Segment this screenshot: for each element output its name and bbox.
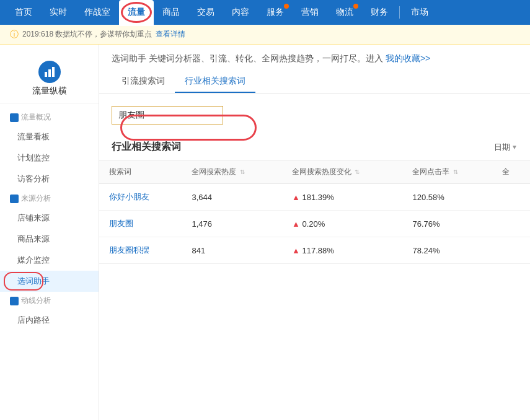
my-collection-link[interactable]: 我的收藏>> — [386, 53, 430, 64]
nav-content[interactable]: 内容 — [223, 0, 258, 25]
col-search-heat[interactable]: 全网搜索热度 ⇅ — [182, 160, 281, 184]
layout: 流量纵横 流量概况 流量看板 计划监控 访客分析 来源分析 店铺来源 商品来源 … — [0, 45, 530, 420]
sidebar-item-store-path[interactable]: 店内路径 — [0, 310, 99, 331]
sidebar-item-media-monitor[interactable]: 媒介监控 — [0, 250, 99, 271]
cell-heat-1: 1,476 — [182, 211, 281, 237]
sidebar-logo-area: 流量纵横 — [0, 51, 99, 103]
chevron-down-icon: ▼ — [511, 144, 518, 151]
header-desc-text: 选词助手 关键词分析器、引流、转化、全网热搜趋势，一网打尽。进入 — [112, 53, 383, 64]
cell-keyword-2: 朋友圈积摆 — [99, 237, 182, 264]
cell-change-value-0: 181.39% — [302, 193, 333, 202]
sidebar-item-traffic-board[interactable]: 流量看板 — [0, 126, 99, 147]
cell-click-0: 120.58% — [402, 184, 492, 211]
col-extra: 全 — [492, 160, 530, 184]
sort-arrows-heat: ⇅ — [240, 168, 245, 175]
cell-change-value-2: 117.88% — [302, 246, 333, 255]
sidebar-item-product-source[interactable]: 商品来源 — [0, 229, 99, 250]
logistics-label: 物流 — [336, 7, 353, 18]
search-area — [99, 94, 530, 131]
cell-change-0: ▲ 181.39% — [282, 184, 403, 211]
col-keyword: 搜索词 — [99, 160, 182, 184]
up-arrow-icon-1: ▲ — [292, 219, 300, 229]
cell-click-1: 76.76% — [402, 211, 492, 237]
sidebar-logo-title: 流量纵横 — [32, 85, 67, 97]
cell-keyword-0: 你好小朋友 — [99, 184, 182, 211]
section-label-path: 动线分析 — [21, 295, 51, 306]
sidebar-section-path: 动线分析 — [0, 292, 99, 310]
search-input-wrapper — [112, 106, 223, 125]
sidebar-item-shop-source[interactable]: 店铺来源 — [0, 208, 99, 229]
col-heat-change-label: 全网搜索热度变化 — [292, 167, 351, 176]
sidebar-section-overview: 流量概况 — [0, 108, 99, 126]
alert-text: 2019:618 数据坑不停，参谋帮你划重点 — [22, 29, 152, 40]
section-icon-source — [10, 195, 19, 203]
table-row: 朋友圈积摆 841 ▲ 117.88% 78.24% — [99, 237, 530, 264]
nav-finance[interactable]: 财务 — [362, 0, 397, 25]
svg-rect-1 — [48, 69, 51, 77]
nav-traffic[interactable]: 流量 — [119, 0, 154, 25]
keyword-link-2[interactable]: 朋友圈积摆 — [109, 245, 149, 255]
table-row: 你好小朋友 3,644 ▲ 181.39% 120.58% — [99, 184, 530, 211]
sidebar: 流量纵横 流量概况 流量看板 计划监控 访客分析 来源分析 店铺来源 商品来源 … — [0, 45, 99, 420]
sidebar-item-plan-monitor[interactable]: 计划监控 — [0, 147, 99, 168]
date-filter[interactable]: 日期 ▼ — [494, 142, 518, 153]
svg-rect-0 — [45, 72, 47, 77]
sort-arrows-click: ⇅ — [453, 168, 458, 175]
info-icon: ⓘ — [10, 29, 19, 40]
section-title: 行业相关搜索词 — [112, 141, 181, 154]
nav-market[interactable]: 市场 — [402, 0, 437, 25]
sidebar-logo-icon — [38, 61, 61, 83]
alert-link[interactable]: 查看详情 — [156, 29, 185, 40]
section-icon-path — [10, 297, 19, 305]
col-click-rate[interactable]: 全网点击率 ⇅ — [402, 160, 492, 184]
nav-service[interactable]: 服务 — [258, 0, 293, 25]
svg-rect-2 — [52, 67, 55, 77]
cell-keyword-1: 朋友圈 — [99, 211, 182, 237]
main-header-title: 选词助手 关键词分析器、引流、转化、全网热搜趋势，一网打尽。进入 我的收藏>> — [112, 53, 518, 64]
up-arrow-icon-0: ▲ — [292, 193, 300, 202]
cell-extra-2 — [492, 237, 530, 264]
nav-marketing[interactable]: 营销 — [293, 0, 327, 25]
section-label-overview: 流量概况 — [21, 112, 51, 123]
date-filter-label: 日期 — [494, 142, 510, 153]
cell-change-2: ▲ 117.88% — [282, 237, 403, 264]
cell-heat-2: 841 — [182, 237, 281, 264]
nav-products[interactable]: 商品 — [154, 0, 188, 25]
data-table: 搜索词 全网搜索热度 ⇅ 全网搜索热度变化 ⇅ 全网点击率 ⇅ 全 — [99, 160, 530, 264]
top-navigation: 首页 实时 作战室 流量 商品 交易 内容 服务 营销 物流 财务 市场 — [0, 0, 530, 25]
section-label-source: 来源分析 — [21, 193, 51, 204]
sidebar-item-visitor-analysis[interactable]: 访客分析 — [0, 168, 99, 190]
alert-bar: ⓘ 2019:618 数据坑不停，参谋帮你划重点 查看详情 — [0, 25, 530, 45]
table-header-row: 搜索词 全网搜索热度 ⇅ 全网搜索热度变化 ⇅ 全网点击率 ⇅ 全 — [99, 160, 530, 184]
cell-click-2: 78.24% — [402, 237, 492, 264]
tab-行业相关搜索词[interactable]: 行业相关搜索词 — [175, 71, 255, 93]
col-click-rate-label: 全网点击率 — [412, 167, 449, 176]
nav-home[interactable]: 首页 — [6, 0, 41, 25]
cell-extra-1 — [492, 211, 530, 237]
nav-realtime[interactable]: 实时 — [41, 0, 76, 25]
col-heat-change[interactable]: 全网搜索热度变化 ⇅ — [282, 160, 403, 184]
sidebar-section-source: 来源分析 — [0, 190, 99, 208]
col-search-heat-label: 全网搜索热度 — [192, 167, 236, 176]
keyword-link-0[interactable]: 你好小朋友 — [109, 192, 149, 201]
table-row: 朋友圈 1,476 ▲ 0.20% 76.76% — [99, 211, 530, 237]
nav-war-room[interactable]: 作战室 — [76, 0, 119, 25]
section-icon-overview — [10, 113, 19, 122]
up-arrow-icon-2: ▲ — [292, 246, 300, 255]
nav-logistics[interactable]: 物流 — [327, 0, 362, 25]
cell-extra-0 — [492, 184, 530, 211]
sidebar-item-word-helper[interactable]: 选词助手 — [0, 271, 99, 292]
search-input[interactable] — [112, 106, 223, 125]
service-badge — [284, 4, 289, 9]
main-header: 选词助手 关键词分析器、引流、转化、全网热搜趋势，一网打尽。进入 我的收藏>> … — [99, 45, 530, 94]
cell-change-value-1: 0.20% — [302, 219, 325, 229]
section-header: 行业相关搜索词 日期 ▼ — [99, 131, 530, 160]
keyword-link-1[interactable]: 朋友圈 — [109, 219, 133, 228]
logistics-badge — [353, 4, 358, 9]
nav-divider — [399, 6, 400, 19]
nav-transaction[interactable]: 交易 — [188, 0, 223, 25]
cell-heat-0: 3,644 — [182, 184, 281, 211]
sort-arrows-change: ⇅ — [355, 168, 360, 175]
main-content: 选词助手 关键词分析器、引流、转化、全网热搜趋势，一网打尽。进入 我的收藏>> … — [99, 45, 530, 420]
tab-引流搜索词[interactable]: 引流搜索词 — [112, 71, 175, 93]
